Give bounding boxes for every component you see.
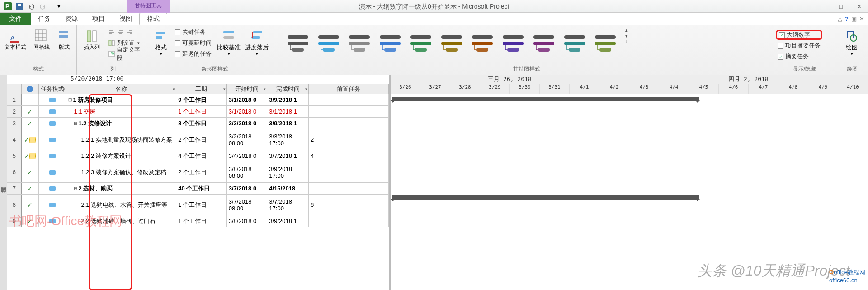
window-close-icon[interactable]: ✕ (859, 15, 864, 22)
summary-tasks-checkbox[interactable]: ✓摘要任务 (776, 52, 822, 62)
row-number[interactable]: 3 (7, 118, 22, 129)
task-name-cell[interactable]: 1.1 交房 (66, 106, 176, 117)
duration-cell[interactable]: 1 个工作日 (176, 195, 226, 215)
ribbon-minimize-icon[interactable]: △ (838, 15, 842, 22)
predecessor-cell[interactable] (309, 94, 389, 105)
custom-fields-button[interactable]: ✎ 自定义字段 (106, 49, 146, 59)
predecessor-cell[interactable] (309, 183, 389, 194)
task-name-cell[interactable]: ⊟2 选材、购买 (66, 183, 176, 194)
row-number[interactable]: 2 (7, 106, 22, 117)
project-summary-checkbox[interactable]: 项目摘要任务 (776, 41, 822, 51)
header-indicators[interactable]: i (22, 84, 39, 94)
header-finish[interactable]: 完成时间▾ (267, 84, 309, 94)
task-row[interactable]: 8✓2.1 选购电线、水管、开关插座等1 个工作日3/7/2018 08:003… (7, 195, 389, 215)
task-mode-cell[interactable] (39, 183, 67, 194)
task-name-cell[interactable]: ⊟1 新房装修项目 (66, 94, 176, 105)
task-name-cell[interactable]: 2.2 选购地砖、墙砖、过门石 (66, 215, 176, 227)
start-cell[interactable]: 3/1/2018 0 (227, 94, 268, 105)
collapse-icon[interactable]: ⊟ (68, 97, 72, 102)
collapse-icon[interactable]: ⊟ (74, 121, 77, 126)
critical-tasks-checkbox[interactable]: 关键任务 (173, 27, 213, 37)
start-cell[interactable]: 3/2/2018 08:00 (227, 129, 268, 150)
slippage-button[interactable]: 进度落后▾ (244, 27, 269, 58)
task-row[interactable]: 2✓1.1 交房1 个工作日3/1/2018 03/1/2018 1 (7, 106, 389, 118)
layout-button[interactable]: 版式 (55, 27, 73, 52)
gantt-style-swatch[interactable] (500, 33, 526, 55)
gantt-bars-area[interactable] (391, 94, 868, 290)
minimize-button[interactable]: — (814, 0, 832, 13)
predecessor-cell[interactable]: 4 (309, 150, 389, 162)
help-icon[interactable]: ? (845, 15, 849, 22)
task-mode-cell[interactable] (39, 118, 67, 129)
task-mode-cell[interactable] (39, 162, 67, 182)
task-row[interactable]: 4✓ 1.2.1 实地测量及现场协商装修方案2 个工作日3/2/2018 08:… (7, 129, 389, 150)
task-name-cell[interactable]: ⊟1.2 装修设计 (66, 118, 176, 129)
task-name-cell[interactable]: 1.2.2 装修方案设计 (66, 150, 176, 162)
gantt-style-swatch[interactable] (346, 33, 373, 55)
gantt-style-swatch[interactable] (377, 33, 403, 55)
gantt-style-swatch[interactable] (561, 33, 588, 55)
collapse-icon[interactable]: ⊟ (74, 186, 77, 191)
format-dropdown-button[interactable]: 格式▾ (152, 27, 170, 58)
task-mode-cell[interactable] (39, 106, 67, 117)
task-name-cell[interactable]: 1.2.1 实地测量及现场协商装修方案 (66, 129, 176, 150)
baseline-button[interactable]: 比较基准▾ (216, 27, 241, 58)
finish-cell[interactable]: 3/7/2018 1 (267, 150, 309, 162)
task-name-cell[interactable]: 1.2.3 装修方案确认、修改及定稿 (66, 162, 176, 182)
row-number[interactable]: 8 (7, 195, 22, 215)
text-styles-button[interactable]: A 文本样式 (3, 27, 28, 52)
row-number[interactable]: 4 (7, 129, 22, 150)
app-icon[interactable]: P (3, 1, 13, 11)
header-duration[interactable]: 工期▾ (176, 84, 226, 94)
task-name-cell[interactable]: 2.1 选购电线、水管、开关插座等 (66, 195, 176, 215)
task-mode-cell[interactable] (39, 215, 67, 227)
tab-project[interactable]: 项目 (85, 13, 112, 25)
gantt-chart-pane[interactable]: 三月 26, 2018 四月 2, 2018 3/263/273/283/293… (391, 75, 868, 290)
close-button[interactable]: ✕ (850, 0, 868, 13)
duration-cell[interactable]: 1 个工作日 (176, 106, 226, 117)
gantt-style-swatch[interactable] (531, 33, 557, 55)
finish-cell[interactable]: 3/9/2018 1 (267, 94, 309, 105)
duration-cell[interactable]: 9 个工作日 (176, 94, 226, 105)
predecessor-cell[interactable] (309, 215, 389, 227)
task-row[interactable]: 1⊟1 新房装修项目9 个工作日3/1/2018 03/9/2018 1 (7, 94, 389, 106)
tab-view[interactable]: 视图 (112, 13, 139, 25)
task-row[interactable]: 3✓⊟1.2 装修设计8 个工作日3/2/2018 03/9/2018 1 (7, 118, 389, 129)
window-restore-icon[interactable]: ▣ (851, 15, 857, 22)
predecessor-cell[interactable] (309, 118, 389, 129)
view-side-label[interactable]: 甘特图 (0, 75, 7, 290)
row-number[interactable]: 7 (7, 183, 22, 194)
row-number[interactable]: 9 (7, 215, 22, 227)
drawing-button[interactable]: 绘图▾ (839, 27, 864, 58)
header-start[interactable]: 开始时间▾ (227, 84, 268, 94)
gantt-style-swatch[interactable] (316, 33, 342, 55)
task-mode-cell[interactable] (39, 94, 67, 105)
header-task-mode[interactable]: 任务模式▾ (39, 84, 67, 94)
gallery-more-button[interactable]: ▴▾⁞ (623, 27, 630, 45)
task-row[interactable]: 6✓1.2.3 装修方案确认、修改及定稿2 个工作日3/8/2018 08:00… (7, 162, 389, 183)
duration-cell[interactable]: 1 个工作日 (176, 215, 226, 227)
finish-cell[interactable]: 3/9/2018 17:00 (267, 162, 309, 182)
start-cell[interactable]: 3/4/2018 0 (227, 150, 268, 162)
tab-format[interactable]: 格式 (139, 13, 167, 25)
finish-cell[interactable]: 4/15/2018 (267, 183, 309, 194)
row-number[interactable]: 6 (7, 162, 22, 182)
gantt-style-swatch[interactable] (592, 33, 618, 55)
gantt-style-swatch[interactable] (408, 33, 434, 55)
undo-icon[interactable] (26, 1, 36, 11)
task-row[interactable]: 9✓2.2 选购地砖、墙砖、过门石1 个工作日3/8/2018 03/9/201… (7, 215, 389, 227)
finish-cell[interactable]: 3/9/2018 1 (267, 215, 309, 227)
tab-resource[interactable]: 资源 (58, 13, 85, 25)
header-name[interactable]: 名称▾ (66, 84, 176, 94)
duration-cell[interactable]: 8 个工作日 (176, 118, 226, 129)
finish-cell[interactable]: 3/3/2018 17:00 (267, 129, 309, 150)
start-cell[interactable]: 3/8/2018 0 (227, 215, 268, 227)
start-cell[interactable]: 3/2/2018 0 (227, 118, 268, 129)
finish-cell[interactable]: 3/9/2018 1 (267, 118, 309, 129)
task-mode-cell[interactable] (39, 150, 67, 162)
tab-task[interactable]: 任务 (31, 13, 58, 25)
finish-cell[interactable]: 3/7/2018 17:00 (267, 195, 309, 215)
finish-cell[interactable]: 3/1/2018 1 (267, 106, 309, 117)
insert-column-button[interactable]: 插入列 (80, 27, 104, 52)
predecessor-cell[interactable]: 2 (309, 129, 389, 150)
